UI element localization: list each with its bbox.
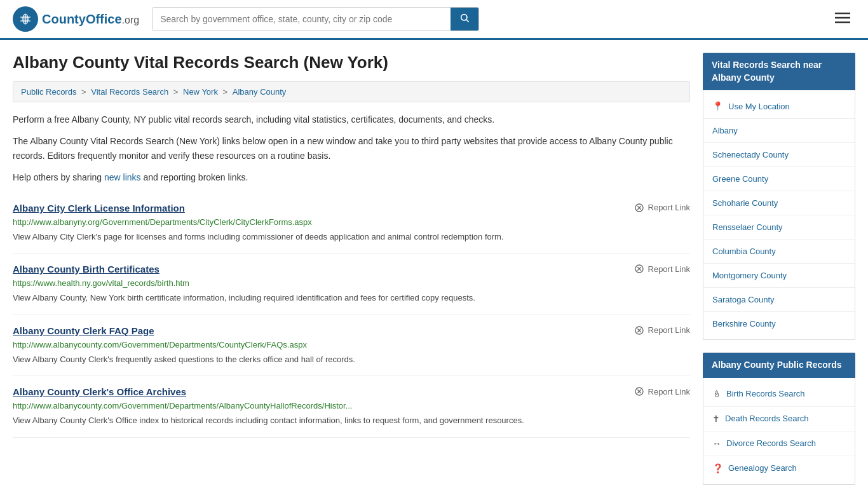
logo-text: CountyOffice.org <box>42 12 139 27</box>
site-logo[interactable]: CountyOffice.org <box>13 6 139 32</box>
record-title[interactable]: Albany County Clerk FAQ Page <box>13 325 154 336</box>
sidebar-divider <box>703 191 855 191</box>
sidebar-divider <box>703 118 855 119</box>
sidebar-item-label: Greene County <box>712 174 768 184</box>
public-records-header: Albany County Public Records <box>703 353 855 378</box>
breadcrumb-albany-county[interactable]: Albany County <box>233 87 287 97</box>
breadcrumb-new-york[interactable]: New York <box>183 87 218 97</box>
search-bar[interactable] <box>152 7 478 31</box>
description-2: The Albany County Vital Records Search (… <box>13 134 690 163</box>
breadcrumb-sep2: > <box>173 87 180 97</box>
public-record-item-3[interactable]: ❓Genealogy Search <box>703 459 855 478</box>
public-record-label: Death Records Search <box>725 414 809 423</box>
report-icon <box>634 264 644 274</box>
public-records-section: Albany County Public Records 🕯Birth Reco… <box>703 353 855 485</box>
vital-records-section: Vital Records Search near Albany County … <box>703 53 855 340</box>
vital-nearby-item[interactable]: Saratoga County <box>703 290 855 309</box>
death-icon: ✝ <box>712 414 720 424</box>
records-list: Albany City Clerk License Information Re… <box>13 193 690 438</box>
vital-nearby-item[interactable]: Albany <box>703 121 855 140</box>
report-link[interactable]: Report Link <box>634 386 690 396</box>
vital-nearby-item[interactable]: Columbia County <box>703 242 855 261</box>
record-url[interactable]: http://www.albanycounty.com/Government/D… <box>13 401 690 410</box>
record-header: Albany County Birth Certificates Report … <box>13 264 690 274</box>
record-url[interactable]: https://www.health.ny.gov/vital_records/… <box>13 278 690 288</box>
public-record-item-2[interactable]: ↔Divorce Records Search <box>703 434 855 453</box>
report-icon <box>634 325 644 336</box>
sidebar-divider <box>703 406 855 407</box>
sidebar-item-label: Columbia County <box>712 247 776 256</box>
breadcrumb: Public Records > Vital Records Search > … <box>13 81 690 102</box>
record-title[interactable]: Albany City Clerk License Information <box>13 203 185 214</box>
breadcrumb-public-records[interactable]: Public Records <box>21 87 76 97</box>
sidebar-item-label: Schoharie County <box>712 198 778 208</box>
logo-icon <box>13 6 38 32</box>
public-records-body: 🕯Birth Records Search✝Death Records Sear… <box>703 378 855 485</box>
record-header: Albany City Clerk License Information Re… <box>13 203 690 214</box>
sidebar-item-label: Albany <box>712 126 738 135</box>
new-links-link[interactable]: new links <box>104 172 141 182</box>
record-item: Albany County Clerk's Office Archives Re… <box>13 376 690 438</box>
sidebar-item-label: Saratoga County <box>712 295 775 304</box>
genealogy-icon: ❓ <box>712 463 723 473</box>
sidebar-divider <box>703 239 855 240</box>
record-url[interactable]: http://www.albanycounty.com/Government/D… <box>13 340 690 349</box>
sidebar-divider <box>703 263 855 264</box>
record-desc: View Albany County, New York birth certi… <box>13 292 690 304</box>
breadcrumb-sep3: > <box>223 87 230 97</box>
vital-nearby-item[interactable]: Rensselaer County <box>703 218 855 236</box>
svg-line-6 <box>466 20 469 22</box>
vital-nearby-item[interactable]: Berkshire County <box>703 315 855 333</box>
report-icon <box>634 386 644 396</box>
vital-nearby-item[interactable]: Greene County <box>703 170 855 188</box>
search-input[interactable] <box>153 8 450 30</box>
page-title: Albany County Vital Records Search (New … <box>13 53 690 72</box>
sidebar-item-label: Rensselaer County <box>712 222 783 232</box>
vital-records-header: Vital Records Search near Albany County <box>703 53 855 90</box>
report-icon <box>634 203 644 213</box>
sidebar-item-label: Berkshire County <box>712 319 776 329</box>
birth-icon: 🕯 <box>712 389 721 399</box>
report-link[interactable]: Report Link <box>634 325 690 336</box>
public-record-label: Birth Records Search <box>726 389 805 398</box>
sidebar-divider <box>703 431 855 431</box>
report-link[interactable]: Report Link <box>634 203 690 213</box>
sidebar: Vital Records Search near Albany County … <box>703 53 855 488</box>
record-url[interactable]: http://www.albanyny.org/Government/Depar… <box>13 217 690 227</box>
public-record-item-0[interactable]: 🕯Birth Records Search <box>703 384 855 403</box>
record-header: Albany County Clerk's Office Archives Re… <box>13 386 690 397</box>
report-link[interactable]: Report Link <box>634 264 690 274</box>
record-header: Albany County Clerk FAQ Page Report Link <box>13 325 690 336</box>
record-item: Albany County Birth Certificates Report … <box>13 254 690 315</box>
record-desc: View Albany County Clerk's frequently as… <box>13 353 690 366</box>
vital-records-body: 📍Use My LocationAlbanySchenectady County… <box>703 90 855 340</box>
vital-nearby-item[interactable]: Schoharie County <box>703 194 855 212</box>
desc3-prefix: Help others by sharing <box>13 172 104 182</box>
record-title[interactable]: Albany County Clerk's Office Archives <box>13 386 186 397</box>
description-1: Perform a free Albany County, NY public … <box>13 112 690 126</box>
record-title[interactable]: Albany County Birth Certificates <box>13 264 159 274</box>
vital-nearby-item[interactable]: Montgomery County <box>703 266 855 285</box>
vital-nearby-item[interactable]: Schenectady County <box>703 146 855 164</box>
desc3-suffix: and reporting broken links. <box>141 172 248 182</box>
sidebar-divider <box>703 456 855 456</box>
description-3: Help others by sharing new links and rep… <box>13 170 690 184</box>
content-area: Albany County Vital Records Search (New … <box>13 53 690 488</box>
site-header: CountyOffice.org <box>0 0 868 40</box>
use-my-location-item[interactable]: 📍Use My Location <box>703 97 855 116</box>
record-desc: View Albany County Clerk's Office index … <box>13 414 690 427</box>
search-button[interactable] <box>451 8 478 30</box>
record-item: Albany City Clerk License Information Re… <box>13 193 690 254</box>
divorce-icon: ↔ <box>712 438 721 449</box>
sidebar-divider <box>703 311 855 312</box>
hamburger-menu[interactable] <box>830 8 855 30</box>
svg-point-5 <box>461 15 466 20</box>
breadcrumb-sep1: > <box>81 87 88 97</box>
sidebar-item-label: Schenectady County <box>712 150 789 159</box>
public-record-item-1[interactable]: ✝Death Records Search <box>703 409 855 428</box>
record-desc: View Albany City Clerk's page for licens… <box>13 231 690 243</box>
location-icon: 📍 <box>712 101 723 111</box>
breadcrumb-vital-records[interactable]: Vital Records Search <box>91 87 168 97</box>
sidebar-divider <box>703 287 855 288</box>
sidebar-divider <box>703 166 855 167</box>
